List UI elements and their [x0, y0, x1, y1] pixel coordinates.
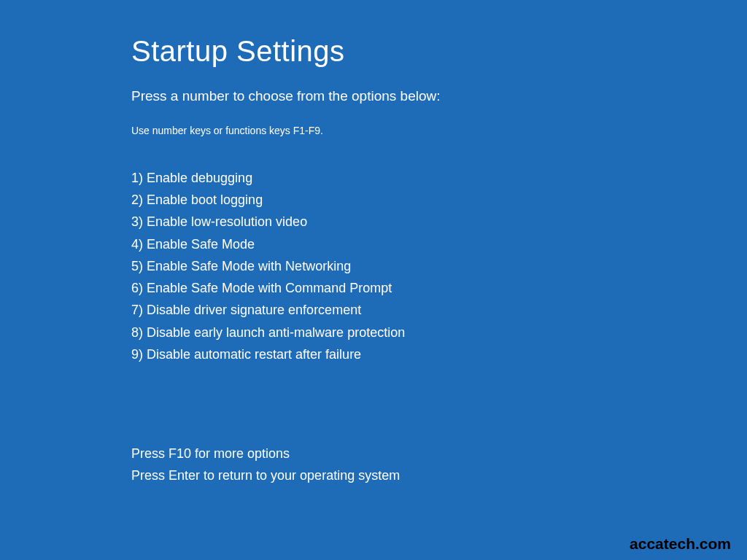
- option-enable-low-resolution-video[interactable]: 3) Enable low-resolution video: [131, 211, 747, 233]
- hint-text: Use number keys or functions keys F1-F9.: [131, 125, 747, 136]
- option-disable-anti-malware[interactable]: 8) Disable early launch anti-malware pro…: [131, 322, 747, 343]
- option-enable-safe-mode[interactable]: 4) Enable Safe Mode: [131, 233, 747, 255]
- option-disable-automatic-restart[interactable]: 9) Disable automatic restart after failu…: [131, 343, 747, 365]
- startup-settings-screen: Startup Settings Press a number to choos…: [0, 0, 747, 487]
- watermark-text: accatech.com: [630, 535, 731, 553]
- more-options-text[interactable]: Press F10 for more options: [131, 443, 747, 464]
- option-enable-debugging[interactable]: 1) Enable debugging: [131, 167, 747, 189]
- page-title: Startup Settings: [131, 35, 747, 68]
- return-option-text[interactable]: Press Enter to return to your operating …: [131, 464, 747, 486]
- footer-options: Press F10 for more options Press Enter t…: [131, 443, 747, 486]
- instruction-text: Press a number to choose from the option…: [131, 88, 747, 104]
- option-enable-boot-logging[interactable]: 2) Enable boot logging: [131, 189, 747, 211]
- options-list: 1) Enable debugging 2) Enable boot loggi…: [131, 167, 747, 365]
- option-enable-safe-mode-command-prompt[interactable]: 6) Enable Safe Mode with Command Prompt: [131, 277, 747, 299]
- option-enable-safe-mode-networking[interactable]: 5) Enable Safe Mode with Networking: [131, 255, 747, 277]
- option-disable-driver-signature[interactable]: 7) Disable driver signature enforcement: [131, 299, 747, 321]
